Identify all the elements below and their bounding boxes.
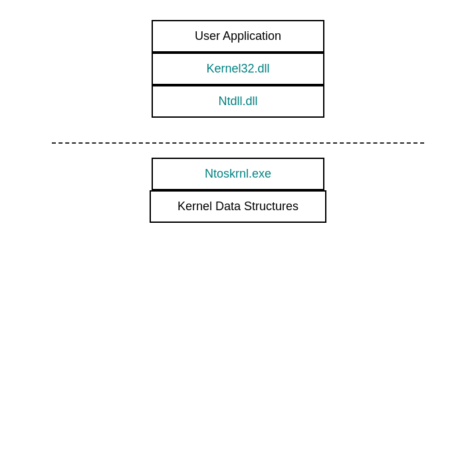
kernel-data-box: Kernel Data Structures	[150, 190, 326, 223]
diagram-container: User Application Kernel32.dll Ntdll.dll …	[0, 0, 476, 455]
user-application-box: User Application	[152, 20, 324, 53]
ntdll-box: Ntdll.dll	[152, 85, 324, 118]
dashed-separator	[52, 142, 424, 144]
kernel32-box: Kernel32.dll	[152, 53, 324, 85]
mode-separator-wrapper: User Mode Kernel Mode	[0, 130, 476, 156]
ntoskrnl-box: Ntoskrnl.exe	[152, 158, 324, 190]
